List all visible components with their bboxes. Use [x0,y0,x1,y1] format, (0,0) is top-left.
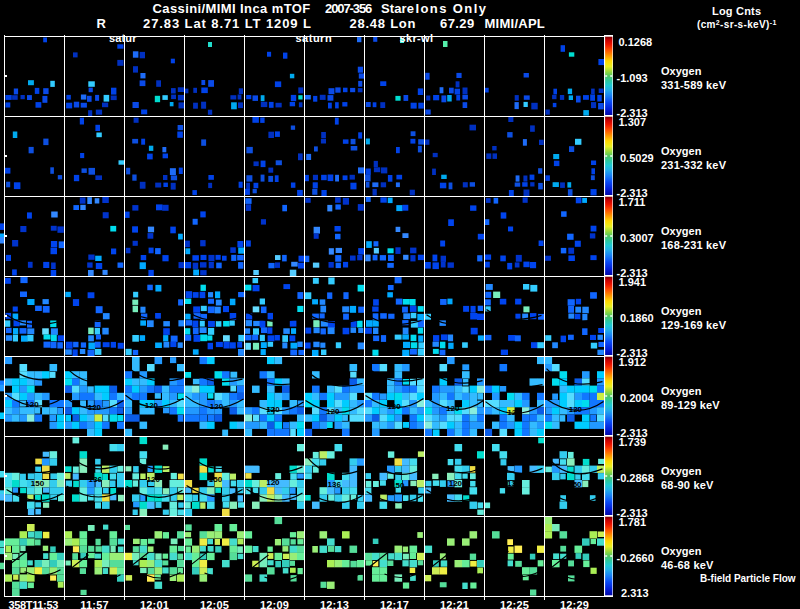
svg-text:120: 120 [88,403,102,412]
svg-text:120: 120 [266,405,280,414]
svg-text:150: 150 [391,481,405,490]
svg-text:150: 150 [568,480,582,489]
svg-text:120: 120 [507,408,521,417]
svg-text:120: 120 [387,402,401,411]
svg-text:150: 150 [31,479,45,488]
svg-text:120: 120 [147,475,161,484]
svg-text:120: 120 [449,479,463,488]
svg-text:120: 120 [145,401,159,410]
svg-text:120: 120 [569,405,583,414]
svg-text:136: 136 [89,475,103,484]
svg-text:136: 136 [328,480,342,489]
svg-text:120: 120 [446,404,460,413]
svg-text:120: 120 [25,400,39,409]
svg-text:136: 136 [507,479,521,488]
svg-text:120: 120 [326,407,340,416]
svg-text:150: 150 [209,475,223,484]
svg-text:120: 120 [266,478,280,487]
svg-text:120: 120 [210,402,224,411]
